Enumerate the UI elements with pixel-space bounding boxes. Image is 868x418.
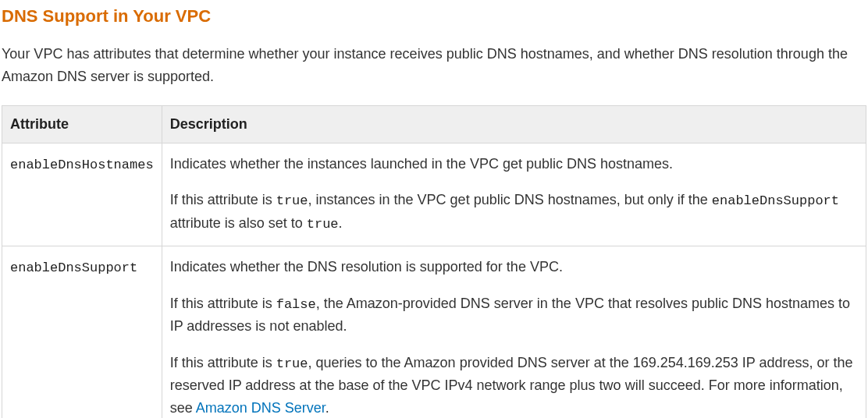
attr-cell: enableDnsHostnames — [2, 143, 162, 246]
inline-code: true — [307, 217, 339, 232]
dns-server-link[interactable]: Amazon DNS Server — [196, 400, 326, 416]
col-header-description: Description — [162, 105, 866, 143]
desc-paragraph: If this attribute is true, queries to th… — [170, 352, 858, 418]
attributes-table: Attribute Description enableDnsHostnames… — [2, 105, 866, 418]
desc-paragraph: If this attribute is false, the Amazon-p… — [170, 292, 858, 338]
description-cell: Indicates whether the instances launched… — [162, 143, 866, 246]
inline-code: true — [276, 356, 308, 371]
desc-paragraph: If this attribute is true, instances in … — [170, 189, 858, 234]
attr-cell: enableDnsSupport — [2, 246, 162, 418]
desc-paragraph: Indicates whether the DNS resolution is … — [170, 256, 858, 278]
table-row: enableDnsHostnames Indicates whether the… — [2, 143, 866, 246]
attr-code: enableDnsHostnames — [10, 158, 154, 172]
inline-code: false — [276, 297, 316, 312]
section-heading: DNS Support in Your VPC — [2, 3, 866, 29]
inline-code: enableDnsSupport — [712, 193, 839, 208]
description-cell: Indicates whether the DNS resolution is … — [162, 246, 866, 418]
col-header-attribute: Attribute — [2, 105, 162, 143]
table-row: enableDnsSupport Indicates whether the D… — [2, 246, 866, 418]
attr-code: enableDnsSupport — [10, 260, 137, 275]
desc-paragraph: Indicates whether the instances launched… — [170, 153, 858, 175]
inline-code: true — [276, 193, 308, 208]
intro-paragraph: Your VPC has attributes that determine w… — [2, 43, 866, 88]
